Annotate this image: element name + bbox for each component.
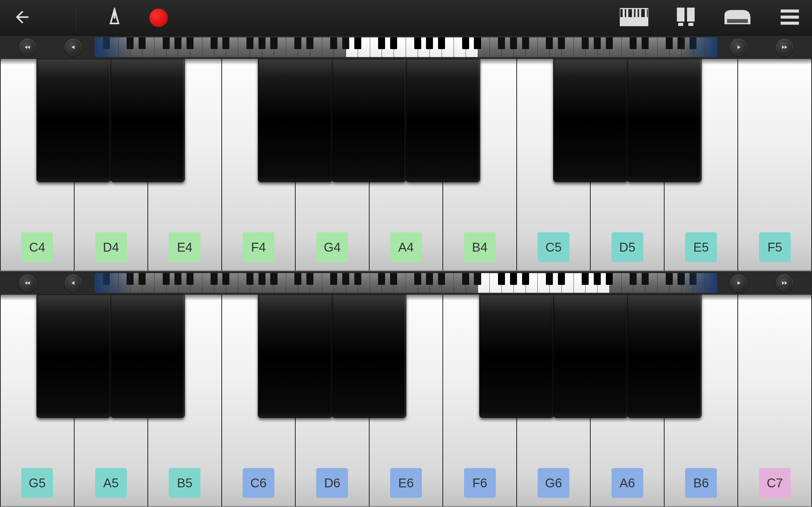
mini-key[interactable] [658, 273, 670, 293]
mini-black-key[interactable] [306, 273, 313, 285]
mini-black-key[interactable] [354, 273, 361, 285]
mini-black-key[interactable] [139, 38, 146, 49]
mini-black-key[interactable] [126, 38, 134, 49]
mini-black-key[interactable] [247, 38, 253, 49]
mini-key[interactable] [574, 38, 586, 57]
mini-black-key[interactable] [642, 273, 649, 285]
black-key[interactable] [627, 295, 702, 418]
mini-key[interactable] [286, 273, 298, 293]
mini-black-key[interactable] [474, 38, 481, 49]
mini-key[interactable] [154, 38, 166, 57]
back-button[interactable] [13, 8, 32, 28]
mini-black-key[interactable] [510, 273, 517, 285]
mini-black-key[interactable] [258, 273, 265, 285]
rewind-button[interactable] [65, 274, 82, 291]
fast-forward-button[interactable] [776, 274, 793, 291]
mini-black-key[interactable] [606, 38, 613, 49]
mini-black-key[interactable] [510, 38, 517, 49]
mini-black-key[interactable] [629, 38, 637, 49]
fast-rewind-button[interactable] [19, 39, 36, 56]
mini-black-key[interactable] [546, 38, 553, 49]
menu-button[interactable] [780, 9, 799, 26]
mini-black-key[interactable] [606, 273, 613, 285]
black-key[interactable] [553, 295, 628, 418]
mini-key[interactable] [322, 273, 334, 293]
mini-key[interactable] [119, 273, 131, 293]
mini-black-key[interactable] [103, 38, 110, 49]
mini-black-key[interactable] [342, 38, 349, 49]
black-key[interactable] [258, 295, 333, 418]
mini-black-key[interactable] [174, 38, 182, 49]
mini-key[interactable] [202, 38, 214, 57]
metronome-button[interactable] [105, 8, 124, 28]
mini-black-key[interactable] [390, 38, 397, 49]
mini-black-key[interactable] [677, 38, 684, 49]
mini-black-key[interactable] [666, 38, 673, 49]
mini-black-key[interactable] [270, 273, 277, 285]
white-key-F5[interactable]: F5 [738, 59, 812, 271]
black-key[interactable] [258, 59, 333, 182]
mini-black-key[interactable] [462, 273, 469, 285]
black-key[interactable] [110, 295, 185, 418]
mini-key[interactable] [406, 273, 418, 293]
mini-black-key[interactable] [222, 273, 229, 285]
mini-black-key[interactable] [546, 273, 553, 285]
keyboard-mode-button[interactable] [620, 8, 648, 28]
mini-key[interactable] [238, 273, 250, 293]
forward-button[interactable] [730, 39, 747, 56]
mini-black-key[interactable] [187, 273, 194, 285]
mini-key[interactable] [705, 273, 717, 293]
black-key[interactable] [37, 295, 111, 418]
mini-black-key[interactable] [247, 273, 253, 285]
mini-key[interactable] [574, 273, 586, 293]
mini-black-key[interactable] [474, 273, 481, 285]
mini-black-key[interactable] [330, 273, 337, 285]
mini-black-key[interactable] [690, 38, 697, 49]
mini-key[interactable] [95, 273, 107, 293]
record-button[interactable] [149, 9, 168, 27]
fast-rewind-button[interactable] [19, 274, 36, 291]
mini-black-key[interactable] [211, 273, 217, 285]
mini-black-key[interactable] [163, 38, 170, 49]
mini-black-key[interactable] [438, 273, 445, 285]
mini-black-key[interactable] [222, 38, 229, 49]
mini-key[interactable] [454, 273, 466, 293]
mini-black-key[interactable] [294, 38, 301, 49]
mini-black-key[interactable] [414, 273, 421, 285]
mini-keyboard-navigator[interactable] [95, 273, 717, 293]
mini-black-key[interactable] [163, 273, 170, 285]
mini-keyboard-navigator[interactable] [95, 38, 717, 57]
mini-key[interactable] [454, 38, 466, 57]
mini-black-key[interactable] [390, 273, 397, 285]
mini-black-key[interactable] [211, 38, 217, 49]
mini-key[interactable] [286, 38, 298, 57]
mini-black-key[interactable] [354, 38, 361, 49]
black-key[interactable] [332, 295, 407, 418]
mini-black-key[interactable] [666, 273, 673, 285]
mini-black-key[interactable] [629, 273, 637, 285]
mini-black-key[interactable] [438, 38, 445, 49]
mini-black-key[interactable] [378, 273, 385, 285]
mini-black-key[interactable] [426, 273, 433, 285]
mini-black-key[interactable] [306, 38, 313, 49]
mini-black-key[interactable] [270, 38, 277, 49]
mini-black-key[interactable] [498, 38, 505, 49]
mini-black-key[interactable] [558, 273, 565, 285]
mini-key[interactable] [705, 38, 717, 57]
fast-forward-button[interactable] [776, 39, 793, 56]
mini-key[interactable] [622, 38, 634, 57]
mini-black-key[interactable] [258, 38, 265, 49]
mini-black-key[interactable] [187, 38, 194, 49]
forward-button[interactable] [730, 274, 747, 291]
mini-black-key[interactable] [426, 38, 433, 49]
black-key[interactable] [332, 59, 407, 182]
dual-keyboard-button[interactable] [677, 8, 695, 28]
white-key-C7[interactable]: C7 [738, 295, 812, 507]
mini-black-key[interactable] [378, 38, 385, 49]
mini-black-key[interactable] [294, 273, 301, 285]
mini-key[interactable] [154, 273, 166, 293]
mini-black-key[interactable] [342, 273, 349, 285]
mini-black-key[interactable] [498, 273, 505, 285]
mini-key[interactable] [538, 38, 550, 57]
mini-black-key[interactable] [677, 273, 684, 285]
